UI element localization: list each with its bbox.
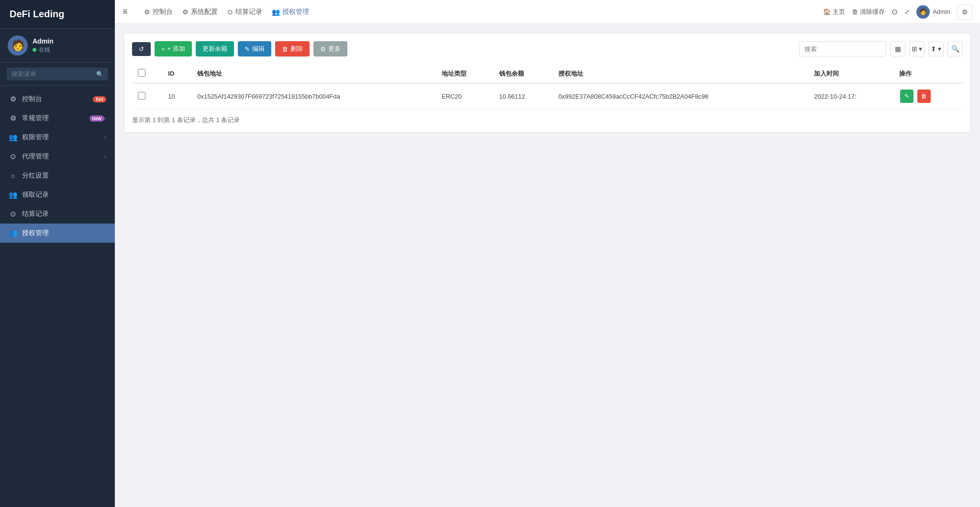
sidebar-item-settlement[interactable]: ⊙ 结算记录 xyxy=(0,204,115,224)
topbar-nav-sysconfig[interactable]: ⚙ 系统配置 xyxy=(178,6,222,18)
home-button[interactable]: 🏠 主页 xyxy=(823,8,845,16)
general-nav-label: 常规管理 xyxy=(22,114,89,123)
sidebar: DeFi Leding 🧑 Admin 在线 🔍 ⚙ 控制台 hot ⚙ 常规管… xyxy=(0,0,115,507)
sidebar-item-permission[interactable]: 👥 权限管理 ‹ xyxy=(0,128,115,147)
menu-toggle-icon[interactable]: ≡ xyxy=(122,7,128,17)
row-checkbox[interactable] xyxy=(138,92,145,100)
sidebar-item-dividend[interactable]: ○ 分红设置 xyxy=(0,166,115,185)
dashboard-topbar-label: 控制台 xyxy=(153,8,173,16)
general-nav-icon: ⚙ xyxy=(9,114,17,123)
edit-button[interactable]: ✎ 编辑 xyxy=(238,41,271,56)
add-button[interactable]: + + 添加 xyxy=(155,41,192,56)
settlement-topbar-label: 结算记录 xyxy=(235,8,262,16)
more-button[interactable]: ⚙ 更多 xyxy=(313,41,347,56)
admin-name: Admin xyxy=(933,8,950,15)
username: Admin xyxy=(33,37,54,45)
permission-nav-label: 权限管理 xyxy=(22,133,104,142)
table-view-button[interactable]: ▦ xyxy=(890,41,905,56)
refresh-icon: ↺ xyxy=(139,45,144,53)
dividend-nav-label: 分红设置 xyxy=(22,171,106,180)
table-body: 10 0x1525Af1429307F669723f725419155bb7b0… xyxy=(132,83,963,109)
row-join-time: 2022-10-24 17: xyxy=(808,83,893,109)
col-header-0 xyxy=(132,64,162,83)
row-edit-button[interactable]: ✎ xyxy=(900,90,913,103)
topbar-nav-dashboard[interactable]: ⚙ 控制台 xyxy=(140,6,177,18)
row-checkbox-cell xyxy=(132,83,162,109)
refresh-button[interactable]: ↺ xyxy=(132,42,151,56)
dashboard-nav-icon: ⚙ xyxy=(9,95,17,103)
dividend-nav-icon: ○ xyxy=(9,172,17,180)
search-input[interactable] xyxy=(800,42,886,56)
badge-dashboard: hot xyxy=(93,96,106,102)
fullscreen-button[interactable]: ⤢ xyxy=(904,8,910,15)
sidebar-item-auth[interactable]: 👥 授权管理 xyxy=(0,224,115,243)
agent-nav-label: 代理管理 xyxy=(22,152,104,161)
sidebar-item-general[interactable]: ⚙ 常规管理 new ‹ xyxy=(0,109,115,128)
claim-nav-icon: 👥 xyxy=(9,191,17,199)
permission-nav-icon: 👥 xyxy=(9,133,17,142)
sidebar-search-section: 🔍 xyxy=(0,63,115,86)
plus-icon: + xyxy=(161,45,165,53)
claim-nav-label: 领取记录 xyxy=(22,191,106,199)
topbar-nav-settlement[interactable]: ⊙ 结算记录 xyxy=(223,6,266,18)
badge-general: new xyxy=(89,115,104,122)
topbar-right: 🏠 主页 🗑 清除缓存 ⊙ ⤢ 🧑 Admin ⚙ xyxy=(823,4,972,20)
settlement-nav-icon: ⊙ xyxy=(9,210,17,218)
clear-cache-button[interactable]: 🗑 清除缓存 xyxy=(852,8,885,16)
sidebar-nav: ⚙ 控制台 hot ⚙ 常规管理 new ‹ 👥 权限管理 ‹ ⊙ 代理管理 ‹… xyxy=(0,86,115,507)
home-icon: 🏠 xyxy=(823,8,831,15)
sysconfig-topbar-label: 系统配置 xyxy=(191,8,218,16)
search-button[interactable]: 🔍 xyxy=(947,41,963,56)
delete-button[interactable]: 🗑 删除 xyxy=(275,41,310,56)
row-wallet-balance: 10.66112 xyxy=(493,83,553,109)
table-header: ID钱包地址地址类型钱包余额授权地址加入时间操作 xyxy=(132,64,963,83)
row-delete-button[interactable]: 🗑 xyxy=(917,90,931,103)
avatar: 🧑 xyxy=(8,35,28,56)
row-wallet-address: 0x1525Af1429307F669723f725419155bb7b004F… xyxy=(191,83,436,109)
dashboard-nav-label: 控制台 xyxy=(22,95,93,103)
admin-menu[interactable]: 🧑 Admin xyxy=(916,5,950,19)
agent-nav-icon: ⊙ xyxy=(9,152,17,161)
search-menu-input[interactable] xyxy=(11,70,96,78)
row-actions: ✎ 🗑 xyxy=(893,83,963,109)
magnify-icon: 🔍 xyxy=(951,45,959,53)
update-balance-button[interactable]: 更新余额 xyxy=(196,41,234,56)
user-info: Admin 在线 xyxy=(33,37,54,54)
auth-topbar-label: 授权管理 xyxy=(282,8,309,16)
grid-icon: ⊞ ▾ xyxy=(912,45,923,53)
topbar-nav-auth[interactable]: 👥 授权管理 xyxy=(268,6,313,18)
app-logo: DeFi Leding xyxy=(0,0,115,29)
sysconfig-topbar-icon: ⚙ xyxy=(182,8,189,16)
col-header-7: 操作 xyxy=(893,64,963,83)
sidebar-item-dashboard[interactable]: ⚙ 控制台 hot xyxy=(0,90,115,109)
search-icon[interactable]: 🔍 xyxy=(96,71,103,78)
grid-view-button[interactable]: ⊞ ▾ xyxy=(909,41,924,56)
auth-nav-icon: 👥 xyxy=(9,229,17,237)
auth-topbar-icon: 👥 xyxy=(272,8,280,16)
export-icon: ⬆ ▾ xyxy=(931,45,942,53)
sidebar-item-agent[interactable]: ⊙ 代理管理 ‹ xyxy=(0,147,115,166)
auth-nav-label: 授权管理 xyxy=(22,229,106,237)
main-area: ≡ ⚙ 控制台 ⚙ 系统配置 ⊙ 结算记录 👥 授权管理 🏠 主页 🗑 清除缓存… xyxy=(115,0,980,507)
col-header-6: 加入时间 xyxy=(808,64,893,83)
row-id: 10 xyxy=(162,83,191,109)
table-icon: ▦ xyxy=(895,45,901,53)
settings-icon[interactable]: ⚙ xyxy=(957,4,972,20)
export-button[interactable]: ⬆ ▾ xyxy=(928,41,944,56)
admin-avatar: 🧑 xyxy=(916,5,930,19)
search-box xyxy=(799,41,886,56)
arrow-icon: ‹ xyxy=(104,153,106,160)
circle-icon: ⊙ xyxy=(891,7,898,16)
col-header-2: 钱包地址 xyxy=(191,64,436,83)
col-header-4: 钱包余额 xyxy=(493,64,553,83)
col-header-3: 地址类型 xyxy=(436,64,493,83)
data-table: ID钱包地址地址类型钱包余额授权地址加入时间操作 10 0x1525Af1429… xyxy=(132,64,963,109)
sidebar-item-claim[interactable]: 👥 领取记录 xyxy=(0,185,115,204)
icon-button-1[interactable]: ⊙ xyxy=(891,7,898,16)
content-card: ↺ + + 添加 更新余额 ✎ 编辑 🗑 删除 ⚙ xyxy=(124,34,970,132)
status-dot xyxy=(33,48,36,52)
content-area: ↺ + + 添加 更新余额 ✎ 编辑 🗑 删除 ⚙ xyxy=(115,24,980,507)
arrow-icon: ‹ xyxy=(104,115,106,122)
select-all-checkbox[interactable] xyxy=(138,69,145,77)
topbar-left: ≡ ⚙ 控制台 ⚙ 系统配置 ⊙ 结算记录 👥 授权管理 xyxy=(122,6,313,18)
